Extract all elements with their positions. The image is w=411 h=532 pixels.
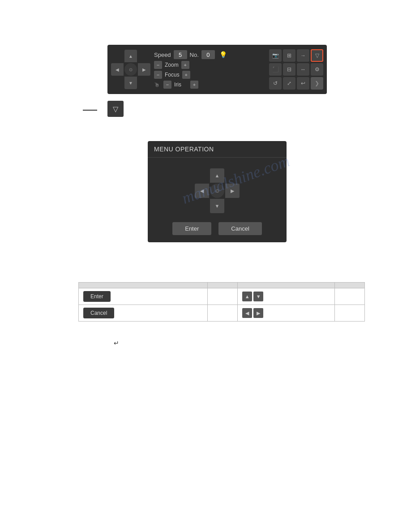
iris-label: Iris bbox=[174, 82, 188, 88]
table-header-3 bbox=[238, 283, 335, 288]
menu-dpad-left-button[interactable]: ◀ bbox=[195, 184, 209, 198]
iris-plus-button[interactable]: + bbox=[190, 81, 198, 89]
table-row: Enter ▲ ▼ bbox=[79, 288, 365, 305]
zoom-minus-button[interactable]: − bbox=[154, 61, 162, 69]
table-enter-button[interactable]: Enter bbox=[83, 291, 111, 302]
table-up-arrow-button[interactable]: ▲ bbox=[242, 292, 252, 301]
cursor-arrow-indicator: ↵ bbox=[114, 339, 119, 347]
bulb-icon: 💡 bbox=[219, 51, 227, 58]
table-cell-2b bbox=[208, 305, 238, 322]
filter-icon: ▽ bbox=[315, 52, 319, 59]
zoom-label: Zoom bbox=[165, 62, 179, 68]
iris-row: 🖱 − Iris + bbox=[154, 81, 265, 89]
settings-icon-button[interactable]: ⚙ bbox=[311, 63, 323, 76]
table-cell-updown-arrows: ▲ ▼ bbox=[238, 288, 335, 305]
expand-icon-button[interactable]: ↔ bbox=[297, 63, 309, 76]
controls-mid: Speed No. 💡 − Zoom + − Focus + 🖱 − Iris … bbox=[154, 50, 265, 89]
underline-mark bbox=[83, 110, 97, 111]
filter-highlighted-button[interactable]: ▽ bbox=[311, 49, 323, 62]
updown-arrow-group: ▲ ▼ bbox=[242, 292, 330, 301]
table-header-4 bbox=[335, 283, 365, 288]
dpad-left-button[interactable]: ◀ bbox=[111, 63, 124, 76]
table-header-1 bbox=[79, 283, 208, 288]
icon-grid: 📷 ⊞ → ▽ ⬛ ⊟ ↔ ⚙ ↺ ⤢ ↩ ❯ bbox=[269, 49, 323, 90]
table-down-arrow-button[interactable]: ▼ bbox=[253, 292, 263, 301]
iris-minus-button[interactable]: − bbox=[163, 81, 171, 89]
menu-dpad-right-button[interactable]: ▶ bbox=[225, 184, 240, 198]
menu-dpad-up-button[interactable]: ▲ bbox=[210, 168, 224, 183]
menu-cancel-button[interactable]: Cancel bbox=[218, 222, 261, 235]
table-cancel-button[interactable]: Cancel bbox=[83, 308, 114, 318]
no-input[interactable] bbox=[201, 50, 215, 59]
focus-label: Focus bbox=[165, 72, 180, 78]
table-header-2 bbox=[208, 283, 238, 288]
table-cell-4b bbox=[335, 305, 365, 322]
mouse-icon: 🖱 bbox=[154, 82, 160, 88]
table-cell-enter: Enter bbox=[79, 288, 208, 305]
table-cell-leftright-arrows: ◀ ▶ bbox=[238, 305, 335, 322]
menu-operation-dialog: MENU OPERATION ▲ ▼ ◀ ▶ ⊙ Enter Cancel bbox=[148, 141, 287, 242]
focus-minus-button[interactable]: − bbox=[154, 71, 162, 79]
dpad-up-button[interactable]: ▲ bbox=[124, 50, 137, 62]
speed-row: Speed No. 💡 bbox=[154, 50, 265, 59]
dpad-down-button[interactable]: ▼ bbox=[124, 77, 137, 89]
panel-arrow-button[interactable]: ❯ bbox=[311, 77, 323, 90]
menu-dpad-down-button[interactable]: ▼ bbox=[210, 199, 224, 213]
fullscreen-icon-button[interactable]: ⤢ bbox=[283, 77, 295, 90]
speed-label: Speed bbox=[154, 51, 171, 58]
speed-input[interactable] bbox=[174, 50, 187, 59]
menu-enter-button[interactable]: Enter bbox=[172, 222, 211, 235]
undo-icon-button[interactable]: ↩ bbox=[297, 77, 309, 90]
menu-dialog-buttons: Enter Cancel bbox=[148, 222, 287, 235]
zoom-plus-button[interactable]: + bbox=[181, 61, 189, 69]
focus-row: − Focus + bbox=[154, 71, 265, 79]
table-cell-2a bbox=[208, 288, 238, 305]
arrow-right-icon-button[interactable]: → bbox=[297, 49, 309, 62]
table-cell-4a bbox=[335, 288, 365, 305]
menu-dialog-title: MENU OPERATION bbox=[148, 141, 287, 158]
filter-icon-standalone[interactable]: ▽ bbox=[107, 101, 124, 117]
menu-dpad: ▲ ▼ ◀ ▶ ⊙ bbox=[195, 168, 240, 213]
refresh-icon-button[interactable]: ↺ bbox=[269, 77, 282, 90]
camera-icon-button[interactable]: 📷 bbox=[269, 49, 282, 62]
filter-icon-symbol: ▽ bbox=[113, 105, 118, 113]
menu-dpad-area: ▲ ▼ ◀ ▶ ⊙ bbox=[148, 158, 287, 222]
control-bar: ▲ ▼ ◀ ▶ ⊙ Speed No. 💡 − Zoom + − Focus +… bbox=[107, 45, 327, 94]
table-row: Cancel ◀ ▶ bbox=[79, 305, 365, 322]
dpad: ▲ ▼ ◀ ▶ ⊙ bbox=[111, 50, 150, 89]
zoom-row: − Zoom + bbox=[154, 61, 265, 69]
record-icon-button[interactable]: ⬛ bbox=[269, 63, 282, 76]
dpad-right-button[interactable]: ▶ bbox=[138, 63, 150, 76]
focus-plus-button[interactable]: + bbox=[182, 71, 190, 79]
leftright-arrow-group: ◀ ▶ bbox=[242, 308, 330, 318]
table-right-arrow-button[interactable]: ▶ bbox=[253, 308, 263, 318]
no-label: No. bbox=[190, 51, 199, 58]
reference-table: Enter ▲ ▼ Cancel ◀ ▶ bbox=[78, 282, 365, 322]
layout-icon-button[interactable]: ⊞ bbox=[283, 49, 295, 62]
table-cell-cancel: Cancel bbox=[79, 305, 208, 322]
grid-icon-button[interactable]: ⊟ bbox=[283, 63, 295, 76]
dpad-center: ⊙ bbox=[124, 63, 137, 76]
menu-dpad-center: ⊙ bbox=[210, 184, 224, 198]
table-left-arrow-button[interactable]: ◀ bbox=[242, 308, 252, 318]
